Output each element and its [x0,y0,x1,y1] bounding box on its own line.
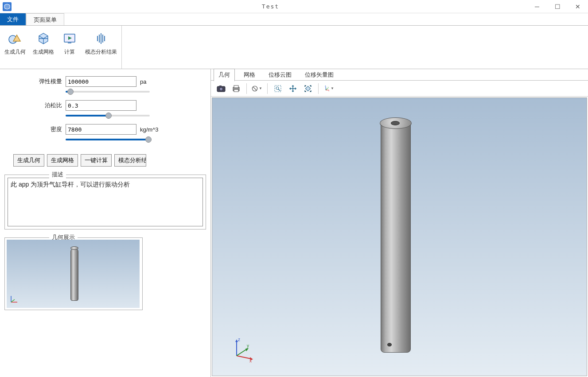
density-slider[interactable] [66,136,150,144]
close-button[interactable]: ✕ [568,0,588,13]
svg-rect-18 [234,86,238,88]
svg-text:y: y [247,343,249,348]
ribbon-label: 计算 [64,49,75,55]
ribbon: 生成几何 生成网格 计算 模态分析结果 [0,26,588,69]
svg-line-40 [237,349,247,356]
ribbon-label: 生成几何 [4,49,26,55]
density-input[interactable] [66,124,136,135]
svg-marker-41 [245,348,249,351]
svg-rect-27 [305,86,310,91]
svg-rect-16 [219,86,222,87]
tab-file[interactable]: 文件 [0,13,26,25]
window-title: Test [14,3,527,10]
density-label: 密度 [31,125,62,133]
density-unit: kg/m^3 [140,126,159,133]
tab-geometry[interactable]: 几何 [214,69,235,82]
geometry-preview[interactable] [7,240,140,308]
tab-page-menu[interactable]: 页面菜单 [26,13,64,25]
sidebar: 弹性模量 pa 泊松比 密度 kg [0,69,211,377]
svg-text:z: z [238,337,240,342]
svg-line-24 [278,89,280,91]
maximize-button[interactable]: ☐ [547,0,568,13]
viewer-tabs: 几何 网格 位移云图 位移矢量图 [211,69,588,81]
svg-text:x: x [249,358,252,362]
modal-result-button[interactable]: 模态分析结果 [114,154,146,167]
elastic-unit: pa [140,78,146,85]
svg-line-13 [11,299,15,302]
elastic-modulus-slider[interactable] [66,88,150,96]
ribbon-calculate[interactable]: 计算 [61,28,78,69]
layer-dropdown[interactable]: ▼ [250,82,264,95]
elastic-modulus-input[interactable] [66,76,136,87]
viewer-toolbar: ▼ z y x ▼ [211,81,588,97]
generate-mesh-button[interactable]: 生成网格 [47,154,78,167]
zoom-extent-button[interactable] [271,82,284,95]
description-group: 描述 此 app 为顶升气缸导杆，可以进行振动分析 [4,175,206,229]
viewer-panel: 几何 网格 位移云图 位移矢量图 ▼ [211,69,588,377]
svg-rect-19 [234,89,238,92]
poisson-label: 泊松比 [31,101,62,109]
ribbon-label: 模态分析结果 [85,49,117,55]
svg-text:y: y [328,86,329,88]
svg-text:x: x [328,89,330,91]
elastic-modulus-label: 弹性模量 [31,78,62,86]
one-click-calc-button[interactable]: 一键计算 [81,154,112,167]
ribbon-label: 生成网格 [33,49,54,55]
ribbon-generate-geometry[interactable]: 生成几何 [4,28,26,69]
3d-viewport[interactable]: z x y [212,97,587,376]
svg-line-30 [326,88,327,90]
poisson-slider[interactable] [66,112,150,120]
ribbon-modal-result[interactable]: 模态分析结果 [85,28,117,69]
vibration-icon [93,30,109,47]
play-icon [61,30,78,47]
menu-tabs: 文件 页面菜单 [0,13,588,26]
svg-text:z: z [325,85,326,87]
axis-dropdown[interactable]: z y x ▼ [322,82,335,95]
geometry-icon [7,30,23,47]
app-icon [3,2,12,11]
mesh-icon [35,30,52,47]
geometry-preview-group: 几何展示 [4,237,143,310]
description-text: 此 app 为顶升气缸导杆，可以进行振动分析 [8,178,203,226]
axis-triad-icon: z x y [230,336,252,358]
title-bar: Test ─ ☐ ✕ [0,0,588,13]
minimize-button[interactable]: ─ [527,0,547,13]
generate-geometry-button[interactable]: 生成几何 [13,154,44,167]
tab-mesh[interactable]: 网格 [239,69,260,81]
zoom-box-button[interactable] [301,82,315,95]
description-legend: 描述 [49,171,66,179]
svg-point-15 [219,87,223,91]
print-button[interactable] [230,82,243,95]
snapshot-button[interactable] [214,82,228,95]
svg-line-21 [253,86,257,90]
ribbon-generate-mesh[interactable]: 生成网格 [33,28,54,69]
pan-button[interactable] [286,82,300,95]
tab-displacement-vector[interactable]: 位移矢量图 [300,69,338,81]
tab-displacement-cloud[interactable]: 位移云图 [264,69,296,81]
poisson-input[interactable] [66,100,136,111]
